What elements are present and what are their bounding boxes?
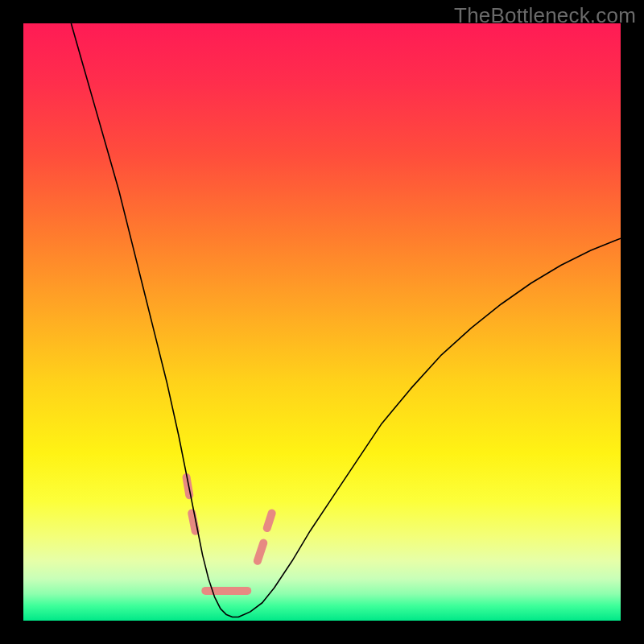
outer-frame: TheBottleneck.com <box>0 0 644 644</box>
highlight-segment <box>267 513 272 528</box>
chart-svg <box>23 23 621 621</box>
watermark-text: TheBottleneck.com <box>454 3 636 28</box>
highlight-segment <box>258 543 263 561</box>
gradient-background <box>23 23 621 621</box>
chart-area <box>23 23 621 621</box>
